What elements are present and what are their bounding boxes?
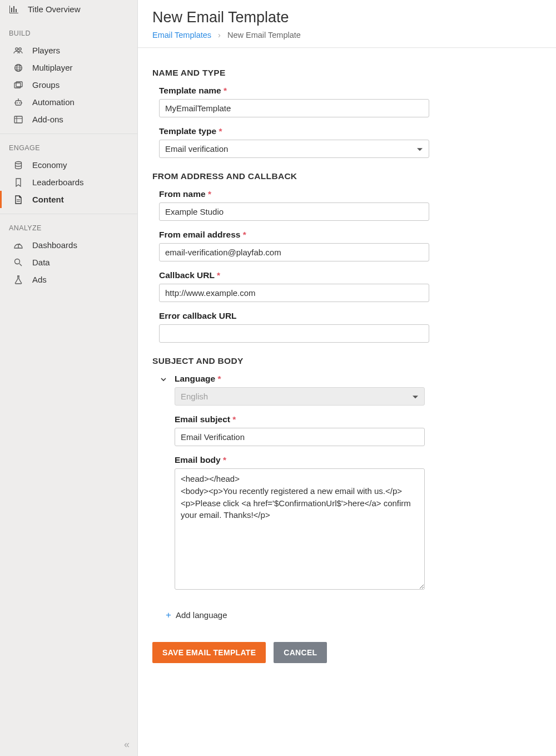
sidebar-item-label: Add-ons — [32, 115, 63, 124]
plus-icon: + — [166, 610, 171, 620]
sidebar-item-multiplayer[interactable]: Multiplayer — [0, 59, 137, 76]
template-name-input[interactable] — [159, 99, 429, 117]
svg-point-7 — [17, 102, 18, 103]
database-icon — [13, 161, 23, 170]
sidebar-item-ads[interactable]: Ads — [0, 271, 137, 288]
page-header: New Email Template Email Templates › New… — [138, 0, 556, 48]
search-icon — [13, 258, 23, 267]
breadcrumb: Email Templates › New Email Template — [152, 31, 542, 39]
language-label: Language * — [175, 374, 425, 384]
sidebar-item-content[interactable]: Content — [0, 191, 137, 208]
robot-icon — [13, 98, 23, 107]
groups-icon — [13, 81, 23, 89]
from-name-label: From name * — [159, 189, 429, 199]
email-body-label: Email body * — [175, 455, 425, 465]
chevron-right-icon: › — [218, 31, 221, 39]
svg-point-11 — [15, 259, 20, 264]
sidebar-item-label: Automation — [32, 97, 75, 107]
sidebar-item-groups[interactable]: Groups — [0, 76, 137, 93]
from-email-input[interactable] — [159, 243, 429, 261]
document-icon — [13, 195, 23, 204]
sidebar-item-label: Dashboards — [32, 240, 77, 250]
template-type-label: Template type * — [159, 126, 429, 136]
svg-point-1 — [19, 47, 21, 50]
sidebar-item-addons[interactable]: Add-ons — [0, 111, 137, 128]
callback-url-label: Callback URL * — [159, 270, 429, 280]
language-collapse-toggle[interactable] — [159, 375, 168, 384]
sidebar-item-economy[interactable]: Economy — [0, 156, 137, 174]
template-type-select[interactable]: Email verification — [159, 140, 429, 158]
add-language-button[interactable]: + Add language — [159, 600, 542, 620]
email-body-textarea[interactable] — [175, 468, 425, 590]
sidebar-title-overview-label: Title Overview — [28, 4, 80, 14]
sidebar-item-label: Economy — [32, 160, 67, 170]
breadcrumb-current: New Email Template — [227, 31, 301, 39]
sidebar-item-dashboards[interactable]: Dashboards — [0, 236, 137, 254]
section-title-name-type: NAME AND TYPE — [152, 68, 542, 78]
sidebar-section-build: BUILD — [0, 19, 137, 42]
sidebar-item-label: Data — [32, 258, 50, 267]
sidebar-item-data[interactable]: Data — [0, 254, 137, 271]
cancel-button[interactable]: CANCEL — [274, 642, 327, 663]
svg-point-8 — [19, 102, 20, 103]
error-callback-url-label: Error callback URL — [159, 311, 429, 321]
sidebar-item-players[interactable]: Players — [0, 42, 137, 59]
error-callback-url-input[interactable] — [159, 324, 429, 343]
addons-icon — [13, 116, 23, 123]
from-name-input[interactable] — [159, 202, 429, 221]
sidebar-item-label: Players — [32, 46, 60, 55]
bookmark-icon — [13, 178, 23, 187]
sidebar-item-label: Ads — [32, 275, 47, 284]
section-title-from-callback: FROM ADDRESS AND CALLBACK — [152, 171, 542, 181]
globe-icon — [13, 63, 23, 72]
page-title: New Email Template — [152, 9, 542, 26]
sidebar-collapse-button[interactable]: « — [124, 739, 130, 750]
sidebar: Title Overview BUILD Players Multiplayer… — [0, 0, 138, 756]
language-select[interactable]: English — [175, 387, 425, 406]
template-name-label: Template name * — [159, 86, 429, 96]
svg-rect-9 — [14, 116, 22, 123]
bar-chart-icon — [9, 6, 19, 13]
players-icon — [13, 47, 23, 54]
dashboard-icon — [13, 241, 23, 249]
from-email-label: From email address * — [159, 230, 429, 240]
sidebar-section-engage: ENGAGE — [0, 134, 137, 156]
save-button[interactable]: SAVE EMAIL TEMPLATE — [152, 642, 266, 663]
sidebar-item-label: Multiplayer — [32, 63, 73, 72]
sidebar-item-label: Groups — [32, 80, 59, 90]
add-language-label: Add language — [176, 610, 227, 620]
svg-rect-6 — [16, 101, 21, 105]
sidebar-section-analyze: ANALYZE — [0, 214, 137, 236]
email-subject-label: Email subject * — [175, 414, 425, 424]
sidebar-item-label: Content — [32, 195, 64, 204]
svg-point-10 — [16, 161, 22, 164]
sidebar-item-automation[interactable]: Automation — [0, 93, 137, 111]
flask-icon — [13, 275, 23, 284]
sidebar-item-leaderboards[interactable]: Leaderboards — [0, 174, 137, 191]
section-title-subject-body: SUBJECT AND BODY — [152, 356, 542, 366]
svg-point-0 — [16, 47, 18, 50]
email-subject-input[interactable] — [175, 428, 425, 446]
breadcrumb-parent-link[interactable]: Email Templates — [152, 31, 211, 39]
callback-url-input[interactable] — [159, 284, 429, 302]
sidebar-title-overview[interactable]: Title Overview — [0, 0, 137, 19]
sidebar-item-label: Leaderboards — [32, 177, 84, 187]
main-content: New Email Template Email Templates › New… — [138, 0, 556, 756]
